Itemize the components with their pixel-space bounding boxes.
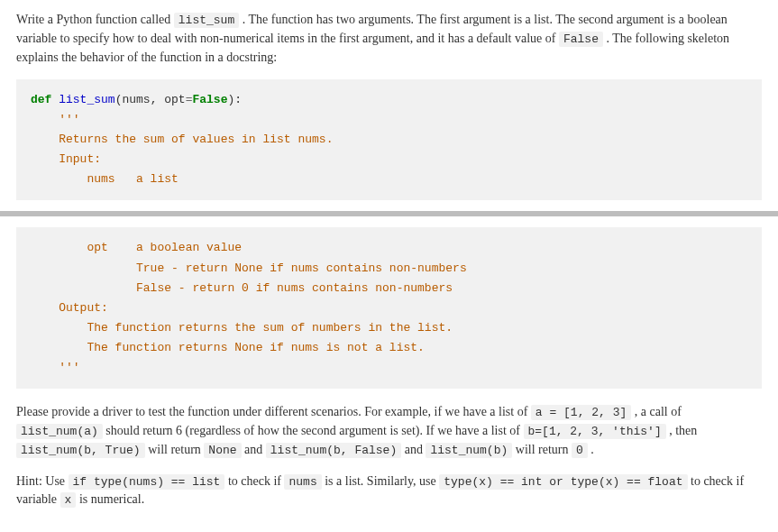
hint-t1: Use (45, 474, 68, 488)
hint-c2: nums (284, 474, 321, 490)
p2-c7: list_num(b) (426, 443, 512, 458)
doc2-l6: The function returns None if nums is not… (31, 341, 425, 354)
hint-t2: to check if (224, 474, 284, 488)
p2-c1: a = [1, 2, 3] (531, 405, 631, 420)
code-list-sum: list_sum (174, 13, 239, 28)
sig-open: (nums, opt (115, 93, 186, 106)
val-false: False (192, 93, 227, 106)
p2-t4: , then (666, 424, 698, 437)
p2-c4: list_num(b, True) (16, 443, 145, 458)
hint-t3: is a list. Similarly, use (322, 474, 440, 488)
kw-def: def (31, 93, 51, 106)
hint-paragraph: Hint: Use if type(nums) == list to check… (16, 472, 762, 510)
p2-t5: will return (145, 443, 205, 456)
question-section-top: Write a Python function called list_sum … (0, 0, 778, 211)
p2-c5: None (204, 443, 241, 458)
p2-t8: will return (512, 443, 572, 456)
hint-label: Hint: (16, 474, 45, 488)
doc2-l3: False - return 0 if nums contains non-nu… (31, 281, 453, 295)
p2-t1: Please provide a driver to test the func… (16, 405, 531, 418)
code-false: False (559, 32, 603, 47)
doc2-l2: True - return None if nums contains non-… (31, 261, 467, 275)
doc2-l7: ''' (31, 361, 80, 374)
p2-c3: b=[1, 2, 3, 'this'] (524, 424, 666, 439)
question-section-bottom: opt a boolean value True - return None i… (0, 216, 778, 532)
driver-paragraph: Please provide a driver to test the func… (16, 403, 762, 460)
p2-t9: . (588, 443, 594, 456)
doc2-l1: opt a boolean value (31, 241, 242, 254)
hint-c4: x (60, 492, 77, 508)
doc-l1: Returns the sum of values in list nums. (31, 133, 333, 146)
p2-t6: and (242, 443, 266, 456)
p2-t2: , a call of (631, 405, 682, 418)
p2-t3: should return 6 (regardless of how the s… (103, 424, 524, 437)
hint-c1: if type(nums) == list (69, 474, 225, 490)
p2-t7: and (401, 443, 426, 456)
hint-c3: type(x) == int or type(x) == float (439, 474, 687, 490)
p2-c2: list_num(a) (16, 424, 103, 439)
doc-l3: nums a list (31, 172, 178, 186)
sig-close: ): (227, 93, 242, 106)
doc-open: ''' (31, 113, 80, 126)
code-block-top: def list_sum(nums, opt=False): ''' Retur… (16, 79, 762, 200)
code-block-bottom: opt a boolean value True - return None i… (16, 227, 762, 389)
p2-c8: 0 (572, 443, 588, 458)
doc-l2: Input: (31, 152, 101, 166)
fn-name: list_sum (59, 93, 114, 106)
intro-text-1: Write a Python function called (16, 13, 174, 26)
doc2-l4: Output: (31, 301, 108, 315)
hint-t5: is numerical. (76, 492, 144, 506)
p2-c6: list_num(b, False) (266, 443, 401, 458)
intro-paragraph: Write a Python function called list_sum … (16, 11, 762, 67)
doc2-l5: The function returns the sum of numbers … (31, 321, 453, 335)
